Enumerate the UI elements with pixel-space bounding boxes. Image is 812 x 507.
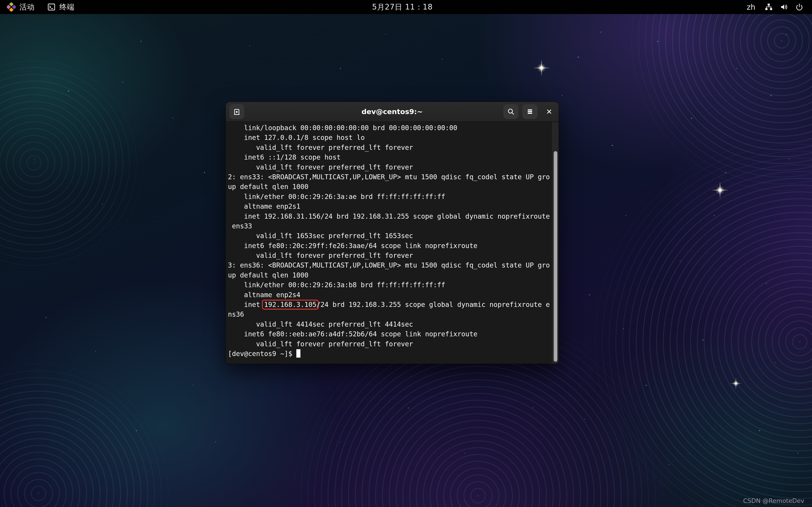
terminal-line: inet6 fe80::20c:29ff:fe26:3aae/64 scope … [228, 241, 551, 251]
bg-star-glint [711, 181, 729, 199]
terminal-line: up default qlen 1000 [228, 182, 551, 192]
centos-logo-icon [7, 2, 16, 11]
scrollbar-thumb[interactable] [554, 151, 557, 362]
terminal-line: up default qlen 1000 [228, 271, 551, 280]
terminal-line: valid_lft forever preferred_lft forever [228, 251, 551, 261]
close-icon [546, 108, 553, 115]
terminal-line: 3: ens36: <BROADCAST,MULTICAST,UP,LOWER_… [228, 261, 551, 270]
power-icon [795, 3, 803, 11]
window-titlebar[interactable]: dev@centos9:~ [226, 102, 559, 122]
terminal-line: valid_lft 4414sec preferred_lft 4414sec [228, 320, 551, 329]
terminal-line: altname enp2s1 [228, 202, 551, 211]
app-menu-label: 终端 [59, 2, 74, 12]
titlebar-actions [503, 104, 555, 119]
highlighted-ip-annotation: 192.168.3.105 [262, 300, 319, 309]
activities-label: 活动 [19, 2, 35, 12]
hamburger-menu-icon [526, 108, 534, 116]
terminal-line: link/loopback 00:00:00:00:00:00 brd 00:0… [228, 123, 551, 133]
new-tab-icon [233, 108, 241, 116]
search-button[interactable] [503, 104, 518, 119]
bg-rings [0, 50, 147, 276]
bg-star-glint [730, 377, 742, 389]
terminal-line: inet6 fe80::eeb:ae76:a4df:52b6/64 scope … [228, 329, 551, 339]
system-status-area[interactable] [764, 3, 803, 11]
terminal-line: inet6 ::1/128 scope host [228, 153, 551, 162]
activities-button[interactable]: 活动 [7, 2, 35, 12]
shell-prompt: [dev@centos9 ~]$ [228, 350, 296, 357]
search-icon [507, 108, 515, 116]
terminal-line: inet 192.168.31.156/24 brd 192.168.31.25… [228, 212, 551, 221]
new-tab-button[interactable] [229, 104, 244, 119]
input-source-indicator[interactable]: zh [747, 3, 755, 11]
clock-label: 5月27日 11：18 [372, 2, 433, 12]
terminal-output: link/loopback 00:00:00:00:00:00 brd 00:0… [228, 123, 551, 349]
app-menu-button[interactable]: 终端 [47, 2, 74, 12]
watermark: CSDN @RemoteDev [743, 497, 804, 504]
volume-icon [780, 3, 789, 11]
bg-rings [0, 357, 174, 507]
menu-button[interactable] [522, 104, 538, 119]
terminal-line: altname enp2s4 [228, 290, 551, 300]
terminal-line: ns36 [228, 309, 551, 319]
close-button[interactable] [543, 104, 555, 119]
terminal-line: 2: ens33: <BROADCAST,MULTICAST,UP,LOWER_… [228, 172, 551, 182]
scrollbar[interactable] [552, 122, 559, 364]
terminal-line: valid_lft 1653sec preferred_lft 1653sec [228, 231, 551, 241]
terminal-line: valid_lft forever preferred_lft forever [228, 339, 551, 349]
top-bar-right: zh [747, 3, 812, 11]
terminal-app-icon [47, 3, 56, 11]
terminal-line: valid_lft forever preferred_lft forever [228, 143, 551, 153]
terminal-line: inet 192.168.3.105/24 brd 192.168.3.255 … [228, 300, 551, 309]
terminal-cursor [296, 349, 300, 357]
network-wired-icon [764, 3, 773, 11]
prompt-line: [dev@centos9 ~]$ [228, 349, 300, 359]
terminal-window: dev@centos9:~ [226, 102, 559, 364]
bg-star-glint [533, 59, 550, 76]
terminal-line: valid_lft forever preferred_lft forever [228, 163, 551, 172]
terminal-line: inet 127.0.0.1/8 scope host lo [228, 133, 551, 143]
top-bar: 活动 终端 5月27日 11：18 zh [0, 0, 812, 14]
terminal-content[interactable]: link/loopback 00:00:00:00:00:00 brd 00:0… [226, 122, 559, 364]
input-source-label: zh [747, 3, 755, 11]
terminal-line: ens33 [228, 221, 551, 231]
desktop: 活动 终端 5月27日 11：18 zh [0, 0, 812, 507]
terminal-line: link/ether 00:0c:29:26:3a:b8 brd ff:ff:f… [228, 280, 551, 290]
clock-button[interactable]: 5月27日 11：18 [372, 0, 433, 14]
terminal-line: link/ether 00:0c:29:26:3a:ae brd ff:ff:f… [228, 192, 551, 202]
